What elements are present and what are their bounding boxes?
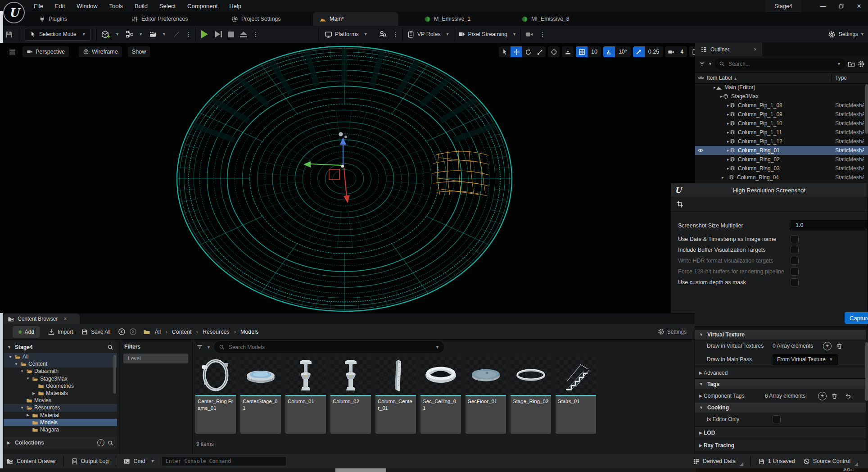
vp-roles-dropdown[interactable]: VP Roles ▼: [404, 26, 453, 43]
platforms-dropdown[interactable]: Platforms ▼: [321, 26, 371, 43]
expander-icon[interactable]: ▸: [722, 175, 726, 180]
add-element-icon[interactable]: +: [823, 342, 832, 350]
is-editor-only-checkbox[interactable]: [773, 415, 781, 423]
chevron-down-icon[interactable]: ▼: [435, 345, 439, 349]
capture-button[interactable]: Capture: [845, 312, 868, 324]
tab-m-emissive-1[interactable]: M_Emissive_1: [418, 12, 477, 26]
visibility-eye-icon[interactable]: [697, 147, 704, 154]
folder-label[interactable]: All: [23, 354, 28, 360]
visibility-column-eye-icon[interactable]: [695, 75, 707, 81]
toolbar-overflow-menu[interactable]: ⋮: [183, 31, 194, 38]
asset-tile[interactable]: Column_01: [285, 356, 326, 434]
actor-label[interactable]: Column_Pip_1_09: [738, 111, 782, 118]
type-column-header[interactable]: Type: [835, 75, 847, 81]
trash-icon[interactable]: [831, 393, 838, 399]
add-collection-icon[interactable]: +: [97, 439, 104, 446]
cmd-dropdown[interactable]: Cmd ▼: [117, 454, 161, 468]
add-element-icon[interactable]: +: [818, 392, 827, 400]
sources-header[interactable]: ▼ Stage4: [4, 341, 117, 353]
section-ray-tracing[interactable]: ▶Ray Tracing: [695, 440, 866, 452]
grid-snap-toggle[interactable]: [576, 46, 588, 57]
rotate-tool[interactable]: [522, 46, 534, 57]
outliner-row[interactable]: ▸ Column_Pip_1_10 StaticMeshActor: [695, 119, 868, 128]
rotation-snap-value[interactable]: 10°: [615, 46, 631, 57]
expander-icon[interactable]: ▼: [26, 377, 30, 381]
option-checkbox[interactable]: [791, 246, 799, 254]
platforms-overflow-menu[interactable]: ⋮: [390, 31, 402, 38]
outliner-row[interactable]: ▸ Column_Pip_1_09 StaticMeshActor: [695, 110, 868, 119]
dialog-title-bar[interactable]: U High Resolution Screenshot: [671, 183, 868, 197]
folder-tree-row[interactable]: Models: [4, 419, 117, 426]
breadcrumb-all[interactable]: All: [153, 329, 163, 335]
outliner-row[interactable]: ▸ Column_Ring_02 StaticMeshActor: [695, 155, 868, 164]
search-icon[interactable]: [108, 440, 113, 446]
crop-region-icon[interactable]: [676, 200, 684, 208]
outliner-row[interactable]: ▸ Stage3Max: [695, 92, 868, 101]
level-viewport[interactable]: Perspective Wireframe Show 10 10° 0.25: [0, 43, 695, 318]
trash-icon[interactable]: [836, 343, 843, 349]
search-icon[interactable]: [107, 344, 113, 350]
folder-tree-row[interactable]: ▼ All: [4, 353, 117, 360]
close-icon[interactable]: ×: [63, 316, 67, 322]
actor-label[interactable]: Column_Ring_02: [738, 156, 780, 163]
asset-tile[interactable]: CenterStage_01: [240, 356, 281, 434]
expander-icon[interactable]: ▶: [26, 413, 30, 417]
outliner-row[interactable]: ▸ Column_Ring_03 StaticMeshActor: [695, 164, 868, 173]
move-tool[interactable]: [511, 46, 522, 57]
viewport-options-menu[interactable]: [6, 46, 18, 57]
folder-tree-row[interactable]: ▼ Content: [4, 360, 117, 368]
selection-mode-dropdown[interactable]: Selection Mode ▼: [25, 28, 91, 41]
output-log-button[interactable]: Output Log: [65, 454, 115, 468]
actor-label[interactable]: Main (Editor): [724, 84, 755, 91]
outliner-row[interactable]: ▸ Column_Pip_1_11 StaticMeshActor: [695, 128, 868, 137]
asset-tile[interactable]: SecFloor_01: [466, 356, 506, 434]
filter-icon[interactable]: [699, 60, 705, 67]
section-lod[interactable]: ▶LOD: [695, 427, 866, 439]
item-label-column-header[interactable]: Item Label ▲: [707, 75, 737, 81]
folder-tree-row[interactable]: ▶ Materials: [4, 390, 117, 397]
back-button[interactable]: [118, 328, 126, 336]
camera-speed-icon[interactable]: [665, 46, 677, 57]
asset-tile[interactable]: Column_Center_01: [375, 356, 416, 434]
view-mode-dropdown[interactable]: Wireframe: [79, 46, 122, 57]
expander-icon[interactable]: ▼: [20, 369, 24, 373]
world-space-toggle[interactable]: [548, 46, 560, 57]
folder-label[interactable]: Content: [28, 361, 47, 367]
menu-item[interactable]: Window: [71, 0, 103, 12]
play-options-menu[interactable]: ⋮: [250, 31, 262, 38]
unreal-logo[interactable]: U: [3, 2, 25, 23]
folder-tree-row[interactable]: ▼ Resources: [4, 404, 117, 411]
editor-modes-brush-icon[interactable]: [169, 31, 183, 38]
scale-snap-toggle[interactable]: [633, 46, 645, 57]
actor-label[interactable]: Column_Ring_03: [738, 165, 780, 172]
play-button[interactable]: [197, 30, 212, 38]
add-actor-button[interactable]: + ▼: [98, 26, 123, 43]
device-profiles-button[interactable]: [375, 26, 390, 43]
menu-item[interactable]: Build: [129, 0, 154, 12]
asset-tile[interactable]: Stage_Ring_02: [511, 356, 551, 434]
forward-button[interactable]: [129, 328, 137, 336]
filter-icon[interactable]: [196, 344, 203, 350]
capture-overflow-menu[interactable]: ⋮: [537, 31, 548, 38]
outliner-scrollbar[interactable]: [865, 84, 868, 134]
folder-tree-row[interactable]: ▼ Datasmith: [4, 368, 117, 375]
actor-label[interactable]: Column_Pip_1_10: [738, 120, 782, 127]
restore-button[interactable]: [832, 0, 850, 12]
blueprints-button[interactable]: ▼: [122, 26, 146, 43]
section-cooking[interactable]: ▼Cooking: [695, 403, 866, 413]
menu-item[interactable]: Component: [181, 0, 223, 12]
tab-project-settings[interactable]: Project Settings: [225, 12, 287, 26]
expander-icon[interactable]: ▼: [8, 355, 13, 359]
folder-label[interactable]: Datasmith: [34, 368, 59, 374]
actor-label[interactable]: Column_Pip_1_12: [738, 138, 782, 145]
asset-tile[interactable]: Stairs_01: [556, 356, 596, 434]
breadcrumb-models[interactable]: Models: [239, 329, 260, 335]
tab-mi-emissive-8[interactable]: MI_Emissive_8: [515, 12, 576, 26]
folder-label[interactable]: Niagara: [40, 427, 59, 433]
option-checkbox[interactable]: [791, 257, 799, 265]
details-scrollbar[interactable]: [865, 342, 868, 401]
folder-tree-row[interactable]: ▼ Stage3Max: [4, 375, 117, 382]
menu-item[interactable]: Edit: [49, 0, 71, 12]
save-all-button[interactable]: Save All: [81, 328, 110, 336]
actor-label[interactable]: Column_Pip_1_11: [738, 129, 782, 136]
